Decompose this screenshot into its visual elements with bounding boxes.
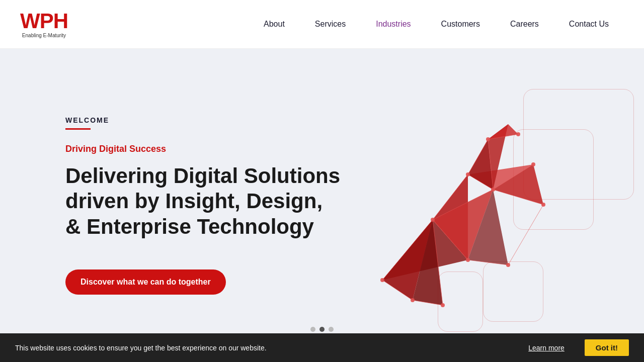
- welcome-label: WELCOME: [65, 116, 342, 124]
- svg-point-23: [411, 298, 415, 302]
- site-header: WPH Enabling E-Maturity About Services I…: [0, 0, 644, 49]
- svg-point-15: [466, 172, 470, 176]
- svg-point-14: [431, 218, 435, 222]
- slide-dot-2[interactable]: [319, 327, 325, 332]
- nav-services[interactable]: Services: [300, 20, 361, 29]
- cookie-got-it-button[interactable]: Got it!: [585, 339, 629, 356]
- hero-section: WELCOME Driving Digital Success Deliveri…: [0, 49, 644, 362]
- hero-subtitle: Driving Digital Success: [65, 144, 342, 154]
- cookie-message: This website uses cookies to ensure you …: [15, 344, 524, 352]
- nav-careers[interactable]: Careers: [495, 20, 554, 29]
- slide-dot-1[interactable]: [310, 327, 315, 332]
- logo-wph: WPH: [20, 11, 68, 32]
- slide-dots: [310, 327, 334, 332]
- svg-point-17: [516, 132, 520, 136]
- cookie-learn-more[interactable]: Learn more: [528, 344, 565, 352]
- svg-point-24: [441, 303, 445, 307]
- nav-contact[interactable]: Contact Us: [554, 20, 624, 29]
- svg-point-25: [491, 188, 495, 192]
- nav-about[interactable]: About: [249, 20, 300, 29]
- svg-point-21: [466, 258, 470, 262]
- svg-point-19: [541, 203, 545, 207]
- logo[interactable]: WPH Enabling E-Maturity: [20, 11, 68, 38]
- nav-customers[interactable]: Customers: [426, 20, 495, 29]
- nav-industries[interactable]: Industries: [361, 20, 426, 29]
- svg-point-20: [506, 263, 510, 267]
- logo-subtitle: Enabling E-Maturity: [22, 33, 66, 38]
- slide-dot-3[interactable]: [329, 327, 334, 332]
- svg-point-16: [486, 137, 490, 141]
- svg-point-18: [531, 162, 535, 166]
- svg-point-22: [380, 278, 384, 282]
- main-nav: About Services Industries Customers Care…: [249, 20, 624, 29]
- cookie-banner: This website uses cookies to ensure you …: [0, 333, 644, 362]
- hero-graphic: [292, 49, 644, 362]
- hero-content: WELCOME Driving Digital Success Deliveri…: [0, 116, 342, 295]
- cta-button[interactable]: Discover what we can do together: [65, 269, 226, 295]
- welcome-underline: [65, 128, 91, 130]
- hero-title: Delivering Digital Solutions driven by I…: [65, 163, 342, 239]
